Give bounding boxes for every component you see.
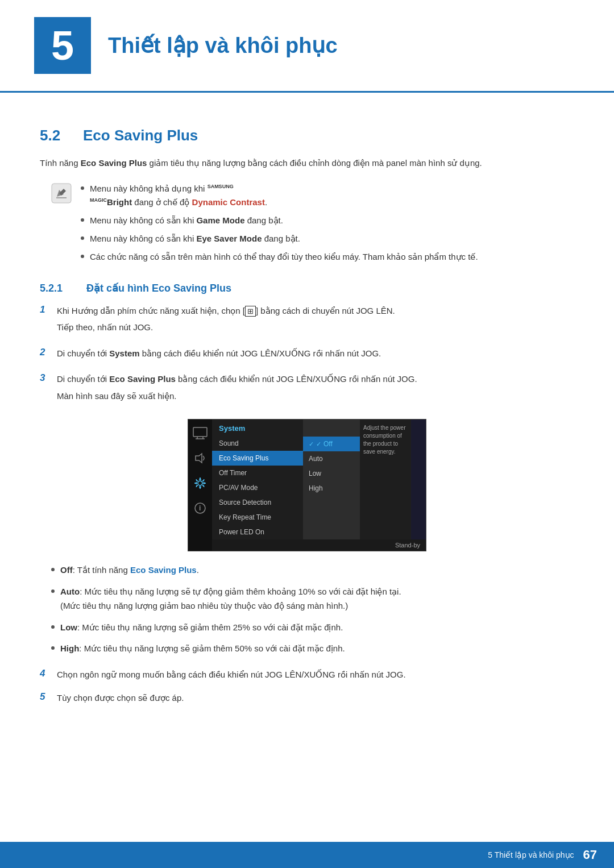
submenu-auto: Auto xyxy=(303,451,360,466)
note-line-3: Menu này không có sẵn khi Eye Saver Mode… xyxy=(81,232,574,246)
chapter-title: Thiết lập và khôi phục xyxy=(108,33,338,58)
sidebar-speaker-icon xyxy=(192,450,208,466)
step-number-2: 2 xyxy=(40,347,57,358)
submenu-off: ✓ Off xyxy=(303,437,360,451)
option-low: Low: Mức tiêu thụ năng lượng sẽ giảm thê… xyxy=(51,620,574,635)
option-auto: Auto: Mức tiêu thụ năng lượng sẽ tự động… xyxy=(51,584,574,613)
step-number-1: 1 xyxy=(40,304,57,315)
note-icon xyxy=(51,183,72,203)
svg-text:i: i xyxy=(199,504,201,512)
steps-list: 1 Khi Hướng dẫn phím chức năng xuất hiện… xyxy=(40,304,574,406)
sidebar-monitor-icon xyxy=(192,425,208,441)
menu-item-powerled: Power LED On xyxy=(212,525,303,539)
section-title: Eco Saving Plus xyxy=(83,127,198,144)
option-high: High: Mức tiêu thụ năng lượng sẽ giảm th… xyxy=(51,641,574,656)
intro-paragraph: Tính năng Eco Saving Plus giảm tiêu thụ … xyxy=(40,156,574,171)
section-heading: 5.2 Eco Saving Plus xyxy=(40,127,574,144)
ui-screenshot: i System Sound Eco Saving Plus Off Timer… xyxy=(40,419,574,551)
menu-item-offtimer: Off Timer xyxy=(212,466,303,480)
main-content: 5.2 Eco Saving Plus Tính năng Eco Saving… xyxy=(0,110,614,760)
footer-page: 67 xyxy=(583,848,597,862)
sidebar-gear-icon xyxy=(192,475,208,491)
step-1: 1 Khi Hướng dẫn phím chức năng xuất hiện… xyxy=(40,304,574,337)
ui-sidebar: i xyxy=(188,420,212,551)
step-number-5: 5 xyxy=(40,691,57,703)
ui-menu-panel: System Sound Eco Saving Plus Off Timer P… xyxy=(212,420,303,551)
note-line-2: Menu này không có sẵn khi Game Mode đang… xyxy=(81,214,574,227)
subsection-title: Đặt cấu hình Eco Saving Plus xyxy=(86,282,231,294)
step-3: 3 Di chuyển tới Eco Saving Plus bằng các… xyxy=(40,372,574,405)
step-content-2: Di chuyển tới System bằng cách điều khiể… xyxy=(57,346,574,363)
step-5: 5 Tùy chọn được chọn sẽ được áp. xyxy=(40,691,574,705)
ui-menu-title: System xyxy=(212,420,303,436)
menu-item-source: Source Detection xyxy=(212,495,303,510)
menu-item-sound: Sound xyxy=(212,436,303,451)
ui-submenu-panel: ✓ Off Auto Low High xyxy=(303,420,360,551)
step-content-1: Khi Hướng dẫn phím chức năng xuất hiện, … xyxy=(57,304,574,337)
chapter-header: 5 Thiết lập và khôi phục xyxy=(0,0,614,85)
menu-item-pcav: PC/AV Mode xyxy=(212,480,303,495)
ui-help-panel: Adjust the power consumption of the prod… xyxy=(360,420,411,551)
subsection-heading: 5.2.1 Đặt cấu hình Eco Saving Plus xyxy=(40,282,574,294)
step-number-4: 4 xyxy=(40,668,57,679)
note-block: Menu này không khả dụng khi SAMSUNGMAGIC… xyxy=(51,182,574,268)
step-number-3: 3 xyxy=(40,372,57,384)
footer-text: 5 Thiết lập và khôi phục xyxy=(488,850,574,859)
step-2: 2 Di chuyển tới System bằng cách điều kh… xyxy=(40,346,574,363)
footer: 5 Thiết lập và khôi phục 67 xyxy=(0,842,614,868)
svg-rect-2 xyxy=(193,427,207,437)
ui-mockup: i System Sound Eco Saving Plus Off Timer… xyxy=(188,419,426,551)
menu-item-eco: Eco Saving Plus xyxy=(212,451,303,466)
step-4: 4 Chọn ngôn ngữ mong muốn bằng cách điều… xyxy=(40,667,574,682)
menu-item-keyrepeat: Key Repeat Time xyxy=(212,510,303,525)
step-content-4: Chọn ngôn ngữ mong muốn bằng cách điều k… xyxy=(57,667,574,682)
note-line-4: Các chức năng có sẵn trên màn hình có th… xyxy=(81,250,574,264)
chapter-number: 5 xyxy=(34,17,91,74)
submenu-high: High xyxy=(303,481,360,496)
note-line-1: Menu này không khả dụng khi SAMSUNGMAGIC… xyxy=(81,182,574,209)
step-content-5: Tùy chọn được chọn sẽ được áp. xyxy=(57,691,574,705)
option-off: Off: Tắt tính năng Eco Saving Plus. xyxy=(51,563,574,578)
section-number: 5.2 xyxy=(40,127,74,144)
subsection-number: 5.2.1 xyxy=(40,283,80,294)
ui-bottom-bar: Stand-by xyxy=(212,539,426,551)
svg-marker-6 xyxy=(196,454,202,463)
step-content-3: Di chuyển tới Eco Saving Plus bằng cách … xyxy=(57,372,574,405)
ui-main-panel: System Sound Eco Saving Plus Off Timer P… xyxy=(212,420,426,551)
header-divider xyxy=(0,91,614,93)
options-list: Off: Tắt tính năng Eco Saving Plus. Auto… xyxy=(51,563,574,656)
sidebar-info-icon: i xyxy=(192,500,208,516)
note-lines: Menu này không khả dụng khi SAMSUNGMAGIC… xyxy=(81,182,574,268)
submenu-low: Low xyxy=(303,466,360,481)
